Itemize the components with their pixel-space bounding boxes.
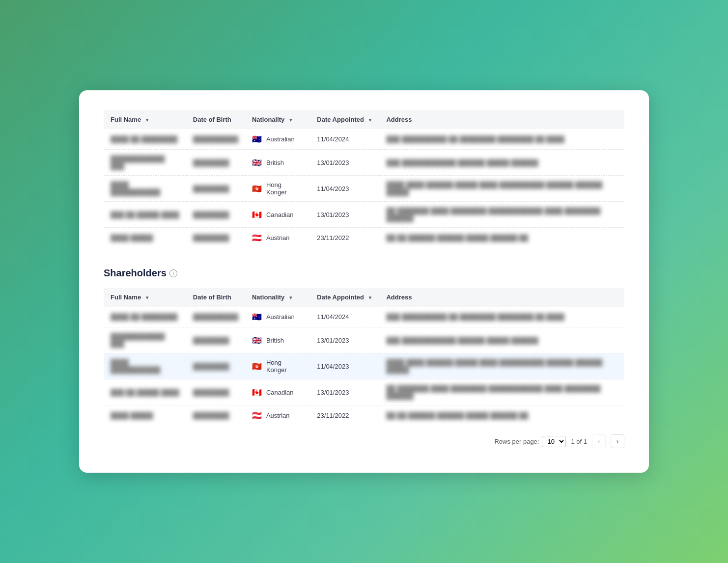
flag-icon: 🇦🇹	[252, 233, 262, 242]
nationality-text: Austrian	[266, 412, 290, 419]
table-row: ███ ██ █████ ████████████🇨🇦Canadian13/01…	[104, 379, 624, 405]
cell-date-appointed: 11/04/2024	[310, 307, 379, 327]
cell-date-appointed: 13/01/2023	[310, 327, 379, 353]
flag-icon: 🇦🇺	[252, 312, 262, 322]
sort-icon-nationality-sh: ▼	[288, 295, 293, 300]
top-table-body: ████ ██ ██████████████████🇦🇺Australian11…	[104, 129, 624, 248]
cell-nationality: 🇦🇺Australian	[245, 307, 310, 327]
cell-address: ███ ████████████ ██████ █████ ██████	[379, 150, 624, 176]
cell-address: ████ ████ ██████ █████ ████ ██████████ █…	[379, 176, 624, 202]
cell-dob: ████████	[186, 327, 245, 353]
col-nationality-top[interactable]: Nationality ▼	[245, 110, 310, 129]
cell-name: ████████████ ███	[104, 327, 186, 353]
cell-address: ███ ██████████ ██ ████████ ████████ ██ █…	[379, 307, 624, 327]
cell-date-appointed: 13/01/2023	[310, 379, 379, 405]
cell-date-appointed: 11/04/2023	[310, 176, 379, 202]
name-link[interactable]: ████ ██ ████████	[111, 135, 177, 143]
rows-per-page: Rows per page: 10 25 50	[494, 436, 566, 447]
table-row: ████ ██ ██████████████████🇦🇺Australian11…	[104, 307, 624, 327]
cell-dob: ██████████	[186, 307, 245, 327]
cell-dob: ████████	[186, 228, 245, 248]
sort-icon-dateappointed-top: ▼	[368, 117, 373, 123]
cell-address: ██ ███████ ████ ████████ ████████████ ██…	[379, 202, 624, 228]
col-address-sh: Address	[379, 288, 624, 307]
shareholders-section: Shareholders i Full Name ▼ Date of Birth…	[104, 268, 624, 448]
cell-date-appointed: 11/04/2024	[310, 129, 379, 150]
cell-dob: ████████	[186, 379, 245, 405]
flag-icon: 🇨🇦	[252, 388, 262, 397]
cell-date-appointed: 13/01/2023	[310, 150, 379, 176]
top-table-header-row: Full Name ▼ Date of Birth Nationality ▼ …	[104, 110, 624, 129]
cell-dob: ████████	[186, 150, 245, 176]
name-link[interactable]: ███ ██ █████ ████	[111, 211, 179, 218]
col-dob-top: Date of Birth	[186, 110, 245, 129]
name-link[interactable]: ███ ██ █████ ████	[111, 389, 179, 396]
flag-icon: 🇬🇧	[252, 336, 262, 345]
cell-nationality: 🇦🇹Austrian	[245, 228, 310, 248]
table-row: ████████████ ███████████🇬🇧British13/01/2…	[104, 327, 624, 353]
cell-name: ████ █████	[104, 228, 186, 248]
cell-nationality: 🇨🇦Canadian	[245, 379, 310, 405]
next-page-button[interactable]: ›	[611, 434, 624, 448]
cell-name: ████████████ ███	[104, 150, 186, 176]
col-nationality-sh[interactable]: Nationality ▼	[245, 288, 310, 307]
rows-per-page-select[interactable]: 10 25 50	[542, 436, 566, 447]
pagination-row: Rows per page: 10 25 50 1 of 1 ‹ ›	[104, 434, 624, 448]
flag-icon: 🇦🇹	[252, 411, 262, 420]
col-dateappointed-top[interactable]: Date Appointed ▼	[310, 110, 379, 129]
cell-address: ███ ██████████ ██ ████████ ████████ ██ █…	[379, 129, 624, 150]
cell-nationality: 🇨🇦Canadian	[245, 202, 310, 228]
cell-nationality: 🇬🇧British	[245, 150, 310, 176]
cell-date-appointed: 11/04/2023	[310, 353, 379, 379]
table-row: ████ ███████████████████🇭🇰Hong Konger11/…	[104, 176, 624, 202]
nationality-text: Canadian	[266, 389, 294, 396]
name-link[interactable]: ████ █████	[111, 412, 153, 419]
nationality-text: Hong Konger	[266, 359, 303, 374]
cell-address: ███ ████████████ ██████ █████ ██████	[379, 327, 624, 353]
table-row: ████████████ ███████████🇬🇧British13/01/2…	[104, 150, 624, 176]
name-link[interactable]: ████ ███████████	[111, 181, 160, 196]
cell-name: ████ ███████████	[104, 353, 186, 379]
flag-icon: 🇭🇰	[252, 184, 262, 193]
cell-dob: ████████	[186, 405, 245, 426]
name-link[interactable]: ████ █████	[111, 234, 153, 241]
main-card: Full Name ▼ Date of Birth Nationality ▼ …	[79, 90, 649, 473]
cell-date-appointed: 23/11/2022	[310, 228, 379, 248]
sort-icon-dateappointed-sh: ▼	[368, 295, 373, 300]
sort-icon-fullname-top: ▼	[145, 117, 150, 123]
col-fullname-top[interactable]: Full Name ▼	[104, 110, 186, 129]
cell-nationality: 🇭🇰Hong Konger	[245, 353, 310, 379]
nationality-text: British	[266, 337, 284, 344]
rows-per-page-label: Rows per page:	[494, 438, 539, 445]
col-dateappointed-sh[interactable]: Date Appointed ▼	[310, 288, 379, 307]
cell-address: ████ ████ ██████ █████ ████ ██████████ █…	[379, 353, 624, 379]
flag-icon: 🇦🇺	[252, 134, 262, 144]
cell-nationality: 🇦🇹Austrian	[245, 405, 310, 426]
top-table: Full Name ▼ Date of Birth Nationality ▼ …	[104, 110, 624, 248]
cell-address: ██ ██ ██████ ██████ █████ ██████ ██	[379, 228, 624, 248]
col-dob-sh: Date of Birth	[186, 288, 245, 307]
cell-dob: ████████	[186, 176, 245, 202]
nationality-text: Hong Konger	[266, 181, 303, 196]
cell-dob: ████████	[186, 353, 245, 379]
prev-page-button[interactable]: ‹	[592, 434, 606, 448]
name-link[interactable]: ████████████ ███	[111, 155, 165, 170]
name-link[interactable]: ████ ███████████	[111, 359, 160, 374]
cell-name: ████ ██ ████████	[104, 307, 186, 327]
name-link[interactable]: ████ ██ ████████	[111, 313, 177, 321]
cell-name: ███ ██ █████ ████	[104, 379, 186, 405]
sort-icon-fullname-sh: ▼	[145, 295, 150, 300]
flag-icon: 🇭🇰	[252, 362, 262, 371]
cell-date-appointed: 13/01/2023	[310, 202, 379, 228]
col-fullname-sh[interactable]: Full Name ▼	[104, 288, 186, 307]
info-icon[interactable]: i	[169, 269, 177, 277]
cell-nationality: 🇭🇰Hong Konger	[245, 176, 310, 202]
cell-address: ██ ███████ ████ ████████ ████████████ ██…	[379, 379, 624, 405]
shareholders-body: ████ ██ ██████████████████🇦🇺Australian11…	[104, 307, 624, 426]
shareholders-title: Shareholders i	[104, 268, 624, 279]
shareholders-header-row: Full Name ▼ Date of Birth Nationality ▼ …	[104, 288, 624, 307]
flag-icon: 🇨🇦	[252, 210, 262, 219]
cell-dob: ████████	[186, 202, 245, 228]
name-link[interactable]: ████████████ ███	[111, 333, 165, 348]
nationality-text: Australian	[266, 135, 295, 143]
